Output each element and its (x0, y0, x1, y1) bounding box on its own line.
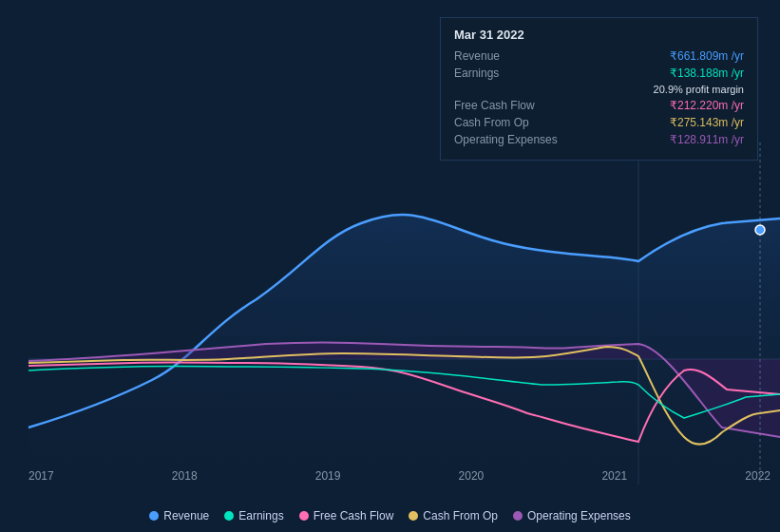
x-label-2020: 2020 (459, 469, 485, 483)
tooltip-profit-margin-row: 20.9% profit margin (454, 84, 744, 95)
legend-opex[interactable]: Operating Expenses (513, 509, 631, 522)
chart-area (0, 142, 780, 484)
legend-opex-label: Operating Expenses (527, 509, 631, 522)
tooltip-revenue-value: ₹661.809m /yr (670, 49, 744, 63)
tooltip-date: Mar 31 2022 (454, 28, 744, 42)
tooltip-revenue-label: Revenue (454, 49, 559, 63)
legend-revenue-label: Revenue (163, 509, 209, 522)
x-label-2019: 2019 (315, 469, 341, 483)
x-label-2017: 2017 (29, 469, 54, 483)
tooltip-cashfromop-value: ₹275.143m /yr (670, 116, 744, 129)
x-label-2022: 2022 (745, 469, 770, 483)
tooltip-freecash-row: Free Cash Flow ₹212.220m /yr (454, 99, 744, 112)
chart-svg (0, 142, 780, 484)
legend-earnings-label: Earnings (238, 509, 283, 522)
tooltip-profit-margin: 20.9% profit margin (654, 84, 744, 95)
x-label-2018: 2018 (172, 469, 198, 483)
legend-cashfromop-dot (409, 511, 418, 521)
legend-earnings[interactable]: Earnings (224, 509, 283, 522)
tooltip-cashfromop-row: Cash From Op ₹275.143m /yr (454, 116, 744, 129)
tooltip-revenue-row: Revenue ₹661.809m /yr (454, 49, 744, 63)
x-label-2021: 2021 (601, 469, 627, 483)
legend-freecash-label: Free Cash Flow (314, 509, 394, 522)
legend-cashfromop-label: Cash From Op (423, 509, 498, 522)
tooltip-earnings-label: Earnings (454, 66, 559, 80)
legend-cashfromop[interactable]: Cash From Op (409, 509, 498, 522)
tooltip-cashfromop-label: Cash From Op (454, 116, 559, 129)
legend-revenue-dot (149, 511, 159, 521)
legend-opex-dot (513, 511, 523, 521)
legend-freecash-dot (299, 511, 309, 521)
tooltip-opex-value: ₹128.911m /yr (670, 133, 744, 146)
tooltip-opex-label: Operating Expenses (454, 133, 559, 146)
chart-container: Mar 31 2022 Revenue ₹661.809m /yr Earnin… (0, 0, 780, 532)
tooltip-opex-row: Operating Expenses ₹128.911m /yr (454, 133, 744, 146)
tooltip-freecash-label: Free Cash Flow (454, 99, 559, 112)
legend-freecash[interactable]: Free Cash Flow (299, 509, 394, 522)
tooltip-box: Mar 31 2022 Revenue ₹661.809m /yr Earnin… (440, 17, 758, 161)
tooltip-freecash-value: ₹212.220m /yr (670, 99, 744, 112)
svg-point-4 (755, 225, 765, 235)
legend: Revenue Earnings Free Cash Flow Cash Fro… (0, 509, 780, 522)
legend-revenue[interactable]: Revenue (149, 509, 209, 522)
tooltip-earnings-value: ₹138.188m /yr (670, 66, 744, 80)
x-axis: 2017 2018 2019 2020 2021 2022 (29, 469, 770, 483)
tooltip-earnings-row: Earnings ₹138.188m /yr (454, 66, 744, 80)
legend-earnings-dot (224, 511, 234, 521)
